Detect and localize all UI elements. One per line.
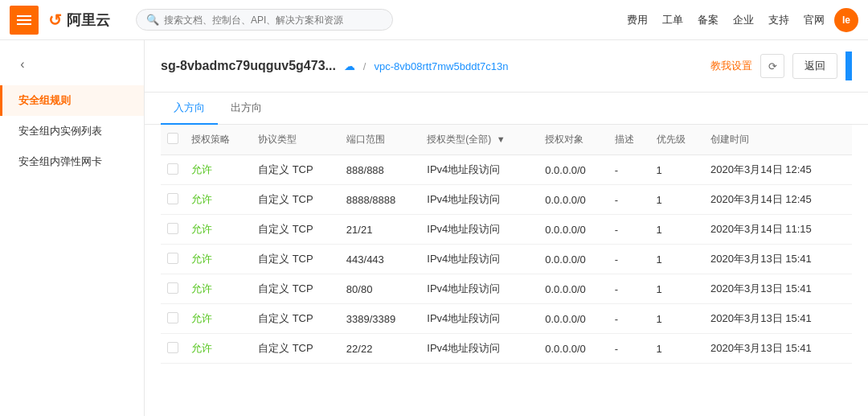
cell-port-range-2: 21/21	[340, 215, 420, 245]
nav-link-support[interactable]: 支持	[768, 13, 789, 27]
cell-create-time-3: 2020年3月13日 15:41	[704, 245, 852, 274]
cell-priority-2: 1	[650, 215, 704, 245]
cell-auth-type-0: IPv4地址段访问	[420, 155, 538, 185]
cell-create-time-6: 2020年3月13日 15:41	[704, 334, 852, 364]
breadcrumb-separator: /	[363, 60, 366, 72]
header-checkbox-cell	[161, 125, 185, 155]
cell-protocol-2: 自定义 TCP	[252, 215, 340, 245]
row-checkbox-cell	[161, 274, 185, 304]
cell-port-range-1: 8888/8888	[340, 185, 420, 215]
cell-description-3: -	[608, 245, 650, 274]
cell-auth-type-6: IPv4地址段访问	[420, 334, 538, 364]
content-area: sg-8vbadmc79uqguv5g473... ☁ / vpc-8vb08r…	[145, 40, 868, 416]
cell-priority-0: 1	[650, 155, 704, 185]
cell-priority-5: 1	[650, 304, 704, 334]
row-checkbox-2[interactable]	[167, 223, 178, 234]
cell-description-1: -	[608, 185, 650, 215]
cell-priority-3: 1	[650, 245, 704, 274]
cell-auth-policy-5: 允许	[185, 304, 252, 334]
row-checkbox-cell	[161, 245, 185, 274]
cell-port-range-6: 22/22	[340, 334, 420, 364]
table-row: 允许 自定义 TCP 3389/3389 IPv4地址段访问 0.0.0.0/0…	[161, 304, 852, 334]
cell-auth-policy-6: 允许	[185, 334, 252, 364]
tab-outbound[interactable]: 出方向	[218, 93, 275, 125]
breadcrumb-vpc-link[interactable]: vpc-8vb08rtt7mw5bddt7c13n	[374, 60, 508, 72]
refresh-icon: ⟳	[768, 60, 777, 72]
page-title: sg-8vbadmc79uqguv5g473...	[161, 59, 336, 73]
row-checkbox-cell	[161, 304, 185, 334]
cell-auth-policy-0: 允许	[185, 155, 252, 185]
teach-button[interactable]: 教我设置	[710, 59, 752, 73]
back-button[interactable]: 返回	[792, 53, 837, 79]
cell-description-0: -	[608, 155, 650, 185]
cell-auth-policy-3: 允许	[185, 245, 252, 274]
table-row: 允许 自定义 TCP 888/888 IPv4地址段访问 0.0.0.0/0 -…	[161, 155, 852, 185]
cell-create-time-5: 2020年3月13日 15:41	[704, 304, 852, 334]
cell-auth-target-2: 0.0.0.0/0	[538, 215, 608, 245]
nav-link-enterprise[interactable]: 企业	[733, 13, 754, 27]
table-container: 授权策略 协议类型 端口范围 授权类型(全部) ▼ 授权对象 描述 优先级 创建…	[145, 125, 868, 416]
col-priority: 优先级	[650, 125, 704, 155]
sidebar-item-security-group-rules[interactable]: 安全组规则	[0, 85, 144, 116]
cell-auth-policy-4: 允许	[185, 274, 252, 304]
col-auth-type[interactable]: 授权类型(全部) ▼	[420, 125, 538, 155]
nav-link-icp[interactable]: 备案	[698, 13, 719, 27]
refresh-button[interactable]: ⟳	[760, 54, 784, 78]
cloud-icon: ☁	[344, 60, 355, 72]
navbar: ↺ 阿里云 🔍 费用 工单 备案 企业 支持 官网 Ie	[0, 0, 868, 40]
select-all-checkbox[interactable]	[167, 133, 178, 144]
sidebar-item-elastic-nic[interactable]: 安全组内弹性网卡	[0, 146, 144, 177]
user-avatar[interactable]: Ie	[834, 8, 858, 32]
cell-protocol-1: 自定义 TCP	[252, 185, 340, 215]
cell-auth-target-3: 0.0.0.0/0	[538, 245, 608, 274]
cell-auth-type-2: IPv4地址段访问	[420, 215, 538, 245]
cell-protocol-0: 自定义 TCP	[252, 155, 340, 185]
cell-port-range-3: 443/443	[340, 245, 420, 274]
col-auth-policy: 授权策略	[185, 125, 252, 155]
row-checkbox-cell	[161, 215, 185, 245]
logo-text: 阿里云	[67, 10, 110, 30]
cell-auth-target-4: 0.0.0.0/0	[538, 274, 608, 304]
row-checkbox-3[interactable]	[167, 253, 178, 264]
filter-icon[interactable]: ▼	[497, 134, 506, 144]
sidebar-item-instance-list[interactable]: 安全组内实例列表	[0, 116, 144, 146]
tab-inbound[interactable]: 入方向	[161, 93, 218, 125]
nav-link-official[interactable]: 官网	[804, 13, 825, 27]
blue-accent-bar	[845, 51, 852, 80]
search-bar[interactable]: 🔍	[136, 9, 393, 31]
cell-description-2: -	[608, 215, 650, 245]
col-port-range: 端口范围	[340, 125, 420, 155]
row-checkbox-5[interactable]	[167, 312, 178, 323]
row-checkbox-0[interactable]	[167, 163, 178, 175]
cell-priority-4: 1	[650, 274, 704, 304]
table-row: 允许 自定义 TCP 443/443 IPv4地址段访问 0.0.0.0/0 -…	[161, 245, 852, 274]
table-row: 允许 自定义 TCP 22/22 IPv4地址段访问 0.0.0.0/0 - 1…	[161, 334, 852, 364]
col-protocol: 协议类型	[252, 125, 340, 155]
table-row: 允许 自定义 TCP 21/21 IPv4地址段访问 0.0.0.0/0 - 1…	[161, 215, 852, 245]
row-checkbox-1[interactable]	[167, 193, 178, 204]
cell-auth-target-5: 0.0.0.0/0	[538, 304, 608, 334]
cell-protocol-5: 自定义 TCP	[252, 304, 340, 334]
tabs-bar: 入方向 出方向	[145, 93, 868, 125]
cell-priority-6: 1	[650, 334, 704, 364]
sidebar-back-button[interactable]: ‹	[10, 51, 35, 77]
nav-link-fees[interactable]: 费用	[627, 13, 648, 27]
cell-auth-type-5: IPv4地址段访问	[420, 304, 538, 334]
cell-auth-type-3: IPv4地址段访问	[420, 245, 538, 274]
search-input[interactable]	[164, 14, 383, 26]
cell-protocol-6: 自定义 TCP	[252, 334, 340, 364]
cell-protocol-4: 自定义 TCP	[252, 274, 340, 304]
sidebar: ‹ 安全组规则 安全组内实例列表 安全组内弹性网卡	[0, 40, 145, 416]
table-row: 允许 自定义 TCP 80/80 IPv4地址段访问 0.0.0.0/0 - 1…	[161, 274, 852, 304]
cell-auth-target-1: 0.0.0.0/0	[538, 185, 608, 215]
cell-auth-policy-1: 允许	[185, 185, 252, 215]
row-checkbox-4[interactable]	[167, 282, 178, 294]
cell-auth-policy-2: 允许	[185, 215, 252, 245]
cell-create-time-1: 2020年3月14日 12:45	[704, 185, 852, 215]
row-checkbox-6[interactable]	[167, 342, 178, 353]
cell-auth-target-0: 0.0.0.0/0	[538, 155, 608, 185]
rules-table: 授权策略 协议类型 端口范围 授权类型(全部) ▼ 授权对象 描述 优先级 创建…	[161, 125, 852, 364]
main-layout: ‹ 安全组规则 安全组内实例列表 安全组内弹性网卡 sg-8vbadmc79uq…	[0, 40, 868, 416]
nav-link-ticket[interactable]: 工单	[662, 13, 683, 27]
hamburger-button[interactable]	[10, 6, 39, 35]
